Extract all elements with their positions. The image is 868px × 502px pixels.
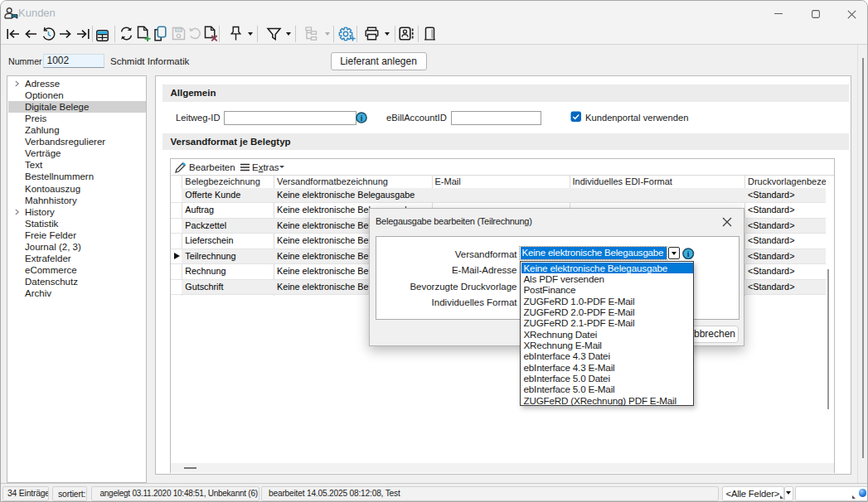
svg-text:i: i: [687, 249, 690, 258]
svg-text:i: i: [360, 114, 362, 123]
